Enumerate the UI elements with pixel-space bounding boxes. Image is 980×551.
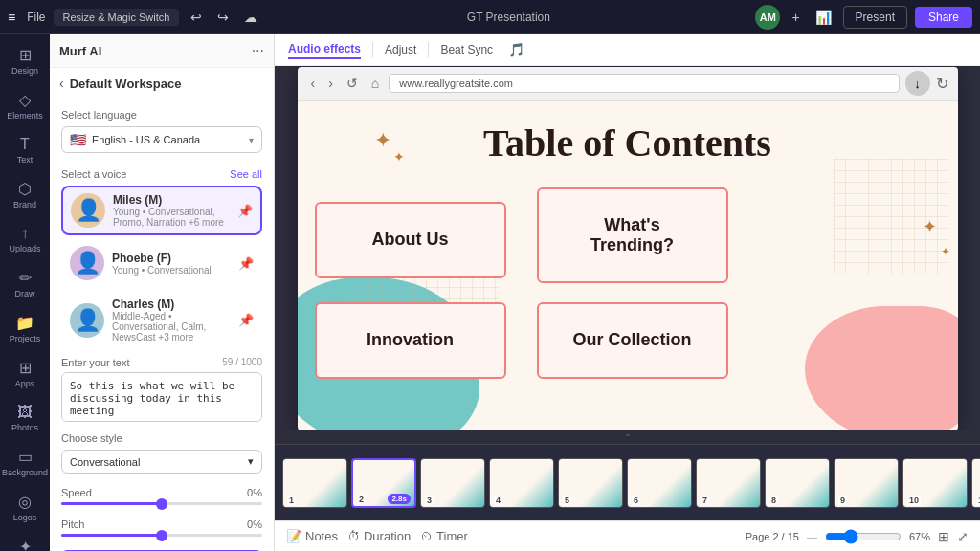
text-section: Enter your text 59 / 1000 So this is wha… xyxy=(50,357,274,432)
voice-header: Select a voice See all xyxy=(61,168,262,180)
sparkle-icon-4: ✦ xyxy=(941,245,950,258)
timer-btn[interactable]: ⏲ Timer xyxy=(420,529,468,543)
slide-content: ✦ ✦ ✦ ✦ Table of Contents About Us What'… xyxy=(298,101,958,430)
analytics-btn[interactable]: 📊 xyxy=(812,8,835,27)
add-collaborator-btn[interactable]: + xyxy=(788,8,803,27)
present-btn[interactable]: Present xyxy=(843,6,907,29)
filmstrip-thumb-4[interactable]: 4 xyxy=(489,458,554,508)
filmstrip-thumb-11[interactable]: 11 xyxy=(971,458,980,508)
text-icon: T xyxy=(20,136,30,153)
browser-refresh-btn[interactable]: ↺ xyxy=(343,74,362,93)
resize-magic-btn[interactable]: Resize & Magic Switch xyxy=(54,9,180,26)
pitch-section: Pitch 0% xyxy=(50,518,274,542)
zoom-slider[interactable] xyxy=(825,529,902,544)
sidebar-icon-uploads[interactable]: ↑Uploads xyxy=(3,219,47,259)
file-menu[interactable]: File xyxy=(27,11,45,24)
browser-back-btn[interactable]: ‹ xyxy=(307,74,320,93)
language-label: Select language xyxy=(61,109,262,121)
browser-refresh2-btn[interactable]: ↻ xyxy=(936,75,948,93)
chevron-down-icon: ▾ xyxy=(249,135,254,145)
voice-card-2[interactable]: 👤 Charles (M) Middle-Aged • Conversation… xyxy=(61,291,262,349)
lang-flag: 🇺🇸 xyxy=(70,132,86,147)
voice-desc-1: Young • Conversational xyxy=(112,265,231,276)
share-btn[interactable]: Share xyxy=(915,7,972,28)
zoom-separator: — xyxy=(807,531,817,542)
box-innovation: Innovation xyxy=(315,302,506,379)
bottom-bar: 📝 Notes ⏱ Duration ⏲ Timer Page 2 / 15 —… xyxy=(275,520,980,551)
sidebar-icon-design[interactable]: ⊞Design xyxy=(3,40,47,81)
voice-pin-1[interactable]: 📌 xyxy=(238,256,254,271)
filmstrip-number-5: 5 xyxy=(563,496,571,505)
filmstrip-thumb-1[interactable]: 1 xyxy=(282,458,347,508)
browser-download-btn[interactable]: ↓ xyxy=(905,71,930,96)
language-select[interactable]: 🇺🇸 English - US & Canada ▾ xyxy=(61,126,262,153)
beat-sync-icon[interactable]: 🎵 xyxy=(508,42,524,57)
filmstrip-thumb-3[interactable]: 3 xyxy=(420,458,485,508)
filmstrip-thumb-10[interactable]: 10 xyxy=(902,458,968,508)
fullscreen-btn[interactable]: ⤢ xyxy=(957,529,969,544)
browser-home-btn[interactable]: ⌂ xyxy=(368,74,383,93)
style-label: Choose style xyxy=(61,432,262,444)
sidebar-icon-projects[interactable]: 📁Projects xyxy=(3,308,47,349)
sidebar-nav: ‹ Default Workspace xyxy=(50,68,274,99)
canvas-container[interactable]: ‹ › ↺ ⌂ www.reallygreatsite.com ↓ ↻ xyxy=(275,66,980,430)
speed-slider-track xyxy=(61,502,262,505)
sidebar-icon-brand[interactable]: ⬡Brand xyxy=(3,174,47,215)
filmstrip-thumb-6[interactable]: 6 xyxy=(627,458,692,508)
sidebar-header: Murf AI ··· xyxy=(50,34,274,68)
sidebar-icon-brandtch[interactable]: ✦BrandTch xyxy=(3,532,47,551)
toolbar-tab-audio-effects[interactable]: Audio effects xyxy=(288,40,361,59)
voice-card-1[interactable]: 👤 Phoebe (F) Young • Conversational 📌 xyxy=(61,239,262,287)
browser-bar: ‹ › ↺ ⌂ www.reallygreatsite.com ↓ ↻ xyxy=(298,67,958,101)
voice-desc-2: Middle-Aged • Conversational, Calm, News… xyxy=(112,311,231,342)
browser-forward-btn[interactable]: › xyxy=(324,74,337,93)
box-about-us: About Us xyxy=(315,202,506,278)
filmstrip-thumb-7[interactable]: 7 xyxy=(696,458,761,508)
filmstrip-number-9: 9 xyxy=(838,496,847,505)
sidebar-icon-photos[interactable]: 🖼Photos xyxy=(3,398,47,438)
menu-icon[interactable]: ≡ xyxy=(8,10,15,25)
browser-url[interactable]: www.reallygreatsite.com xyxy=(389,74,899,93)
design-icon: ⊞ xyxy=(19,46,32,64)
see-all-link[interactable]: See all xyxy=(230,168,262,180)
sidebar-more-btn[interactable]: ··· xyxy=(252,42,264,59)
toolbar-tab-adjust[interactable]: Adjust xyxy=(385,41,416,58)
toolbar-tab-beat-sync[interactable]: Beat Sync xyxy=(440,41,493,58)
apps-icon: ⊞ xyxy=(19,359,32,377)
filmstrip-thumb-9[interactable]: 9 xyxy=(834,458,899,508)
voice-card-0[interactable]: 👤 Miles (M) Young • Conversational, Prom… xyxy=(61,186,262,235)
duration-btn[interactable]: ⏱ Duration xyxy=(347,529,411,543)
undo-btn[interactable]: ↩ xyxy=(187,8,206,27)
voice-pin-2[interactable]: 📌 xyxy=(238,313,254,327)
pitch-slider-thumb[interactable] xyxy=(156,530,167,541)
redo-btn[interactable]: ↪ xyxy=(213,8,233,27)
sidebar-icon-draw[interactable]: ✏Draw xyxy=(3,263,47,304)
canvas-toolbar: Audio effectsAdjustBeat Sync🎵 xyxy=(275,34,980,66)
filmstrip-thumb-2[interactable]: 22.8s xyxy=(351,458,416,508)
voice-desc-0: Young • Conversational, Promo, Narration… xyxy=(113,207,230,228)
lang-text: English - US & Canada xyxy=(92,134,243,145)
sidebar-icon-logos[interactable]: ◎Logos xyxy=(3,487,47,528)
workspace-title: GT Presentation xyxy=(269,11,747,24)
text-header: Enter your text 59 / 1000 xyxy=(61,357,262,368)
sidebar-icon-elements[interactable]: ◇Elements xyxy=(3,85,47,126)
sidebar-icon-background[interactable]: ▭Background xyxy=(3,442,47,483)
uploads-icon: ↑ xyxy=(21,225,29,242)
sidebar-back-btn[interactable]: ‹ xyxy=(59,76,64,91)
text-input[interactable]: So this is what we will be discussing to… xyxy=(61,372,262,422)
grid-view-btn[interactable]: ⊞ xyxy=(938,529,949,544)
collapse-handle[interactable]: ⌃ xyxy=(275,430,980,444)
cloud-btn[interactable]: ☁ xyxy=(240,8,261,27)
speed-slider-thumb[interactable] xyxy=(156,498,167,510)
filmstrip-number-11: 11 xyxy=(976,496,980,505)
filmstrip-thumb-8[interactable]: 8 xyxy=(765,458,830,508)
filmstrip-thumb-5[interactable]: 5 xyxy=(558,458,623,508)
notes-btn[interactable]: 📝 Notes xyxy=(286,529,338,543)
style-dropdown[interactable]: Conversational ▾ xyxy=(61,450,262,474)
sidebar-icon-text[interactable]: TText xyxy=(3,130,47,170)
filmstrip-number-3: 3 xyxy=(425,496,434,505)
toolbar-divider-1 xyxy=(372,42,373,57)
sidebar-icon-apps[interactable]: ⊞Apps xyxy=(3,353,47,394)
voice-pin-0[interactable]: 📌 xyxy=(237,204,253,218)
brandtch-icon: ✦ xyxy=(19,538,32,551)
